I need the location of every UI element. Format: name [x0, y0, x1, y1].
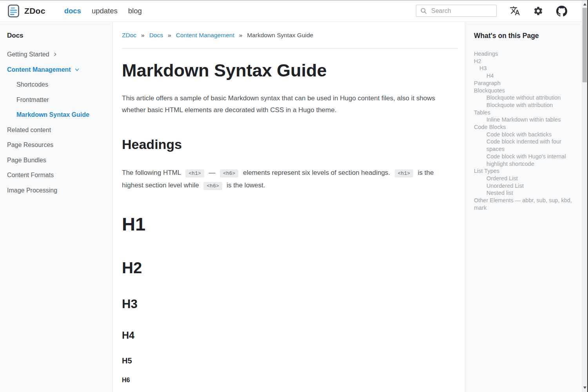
sample-heading-h3: H3: [122, 297, 458, 311]
paragraph-text: elements represent six levels of section…: [243, 169, 390, 176]
sidebar-item-page-bundles[interactable]: Page Bundles: [7, 156, 107, 164]
sidebar-item-label: Page Bundles: [7, 156, 46, 164]
sidebar-item-label: Getting Started: [7, 51, 49, 58]
sidebar-item-label: Shortcodes: [16, 81, 48, 88]
brand-name: ZDoc: [24, 6, 45, 16]
sidebar-item-label: Content Management: [7, 66, 71, 73]
zdoc-logo-icon: [8, 4, 19, 18]
sidebar-item-label: Frontmatter: [16, 96, 49, 103]
breadcrumb-separator: »: [141, 32, 145, 38]
search-box[interactable]: [416, 5, 497, 17]
inline-code: <h6>: [203, 182, 222, 190]
intro-paragraph: This article offers a sample of basic Ma…: [122, 93, 456, 116]
sidebar-item-page-resources[interactable]: Page Resources: [7, 141, 107, 149]
sidebar-item-markdown-syntax-guide[interactable]: Markdown Syntax Guide: [7, 111, 107, 118]
toc-item-blockquote-with-attribution[interactable]: Blockquote with attribution: [474, 102, 574, 109]
sidebar-item-getting-started[interactable]: Getting Started: [7, 51, 107, 58]
page-toc: What's on this Page HeadingsH2H3H4Paragr…: [465, 22, 582, 392]
brand[interactable]: ZDoc: [8, 4, 45, 18]
page-title: Markdown Syntax Guide: [122, 60, 458, 81]
sidebar-item-label: Content Formats: [7, 171, 54, 179]
scrollbar-up-arrow-icon[interactable]: [583, 3, 586, 5]
breadcrumb-separator: »: [239, 32, 243, 38]
toc-item-ordered-list[interactable]: Ordered List: [474, 175, 574, 182]
search-input[interactable]: [430, 7, 492, 15]
toc-item-code-blocks[interactable]: Code Blocks: [474, 123, 574, 131]
toc-item-blockquote-without-attribution[interactable]: Blockquote without attribution: [474, 94, 574, 102]
sidebar-item-label: Markdown Syntax Guide: [16, 111, 89, 118]
toc-item-blockquotes[interactable]: Blockquotes: [474, 87, 574, 94]
toc-title: What's on this Page: [474, 32, 574, 40]
github-icon[interactable]: [556, 5, 567, 16]
sidebar-item-content-management[interactable]: Content Management: [7, 66, 107, 73]
sidebar-item-label: Page Resources: [7, 141, 53, 149]
sidebar-item-label: Image Processing: [7, 187, 57, 194]
paragraph-text: —: [209, 169, 215, 176]
toc-item-code-block-with-hugo-s-internal-highlight-shortcode[interactable]: Code block with Hugo's internal highligh…: [474, 153, 574, 167]
chevron-down-icon: [74, 67, 80, 72]
toc-item-code-block-with-backticks[interactable]: Code block with backticks: [474, 131, 574, 138]
paragraph-text: The following HTML: [122, 169, 181, 176]
breadcrumb-link-docs[interactable]: Docs: [149, 32, 163, 38]
section-heading-headings: Headings: [122, 136, 458, 152]
sidebar-item-image-processing[interactable]: Image Processing: [7, 187, 107, 194]
page-scrollbar[interactable]: [582, 0, 587, 392]
search-icon: [420, 7, 427, 14]
toc-item-h2[interactable]: H2: [474, 58, 574, 65]
breadcrumb-link-zdoc[interactable]: ZDoc: [122, 32, 136, 38]
toc-item-headings[interactable]: Headings: [474, 50, 574, 58]
toc-item-inline-markdown-within-tables[interactable]: Inline Markdown within tables: [474, 116, 574, 123]
top-navbar: ZDoc docsupdatesblog: [0, 0, 582, 22]
sidebar-item-related-content[interactable]: Related content: [7, 126, 107, 134]
toc-list: HeadingsH2H3H4ParagraphBlockquotesBlockq…: [474, 50, 574, 211]
sidebar-item-shortcodes[interactable]: Shortcodes: [7, 81, 107, 88]
sample-heading-h5: H5: [122, 356, 458, 365]
sample-heading-h4: H4: [122, 329, 458, 341]
sidebar-title: Docs: [7, 32, 107, 39]
scrollbar-thumb[interactable]: [583, 8, 587, 82]
toc-item-h4[interactable]: H4: [474, 72, 574, 80]
headings-paragraph: The following HTML <h1> — <h6> elements …: [122, 167, 456, 192]
sample-heading-h6: H6: [122, 376, 458, 384]
toc-item-tables[interactable]: Tables: [474, 109, 574, 116]
inline-code: <h1>: [395, 169, 413, 178]
breadcrumb-link-content-management[interactable]: Content Management: [176, 32, 234, 38]
nav-link-blog[interactable]: blog: [128, 7, 142, 15]
toc-item-nested-list[interactable]: Nested list: [474, 189, 574, 197]
window-top-edge: [0, 0, 588, 1]
toc-item-paragraph[interactable]: Paragraph: [474, 80, 574, 87]
sidebar-item-content-formats[interactable]: Content Formats: [7, 171, 107, 179]
scrollbar-down-arrow-icon[interactable]: [583, 387, 586, 389]
inline-code: <h1>: [185, 169, 204, 178]
nav-link-docs[interactable]: docs: [64, 7, 81, 15]
sidebar-item-frontmatter[interactable]: Frontmatter: [7, 96, 107, 103]
toc-item-h3[interactable]: H3: [474, 65, 574, 72]
paragraph-text: is the lowest.: [227, 181, 265, 189]
toc-item-other-elements-abbr-sub-sup-kbd-mark[interactable]: Other Elements — abbr, sub, sup, kbd, ma…: [474, 197, 574, 211]
sample-headings: H1H2H3H4H5H6: [122, 214, 458, 384]
chevron-right-icon: [53, 52, 57, 56]
toc-item-code-block-indented-with-four-spaces[interactable]: Code block indented with four spaces: [474, 138, 574, 152]
breadcrumb-separator: »: [168, 32, 171, 38]
primary-nav: docsupdatesblog: [64, 7, 142, 15]
breadcrumb: ZDoc»Docs»Content Management»Markdown Sy…: [122, 32, 458, 38]
breadcrumb-divider: [122, 48, 458, 49]
translate-icon[interactable]: [510, 5, 520, 16]
breadcrumb-current: Markdown Syntax Guide: [247, 32, 313, 38]
sample-heading-h1: H1: [122, 214, 458, 234]
inline-code: <h6>: [220, 169, 238, 178]
article-content: ZDoc»Docs»Content Management»Markdown Sy…: [113, 22, 465, 392]
sample-heading-h2: H2: [122, 259, 458, 277]
docs-sidebar: Docs Getting StartedContent ManagementSh…: [0, 22, 113, 392]
toc-item-unordered-list[interactable]: Unordered List: [474, 182, 574, 190]
sidebar-item-label: Related content: [7, 126, 51, 134]
nav-link-updates[interactable]: updates: [92, 7, 118, 15]
sidebar-nav: Getting StartedContent ManagementShortco…: [7, 51, 107, 194]
toc-item-list-types[interactable]: List Types: [474, 167, 574, 175]
settings-gear-icon[interactable]: [533, 6, 543, 16]
